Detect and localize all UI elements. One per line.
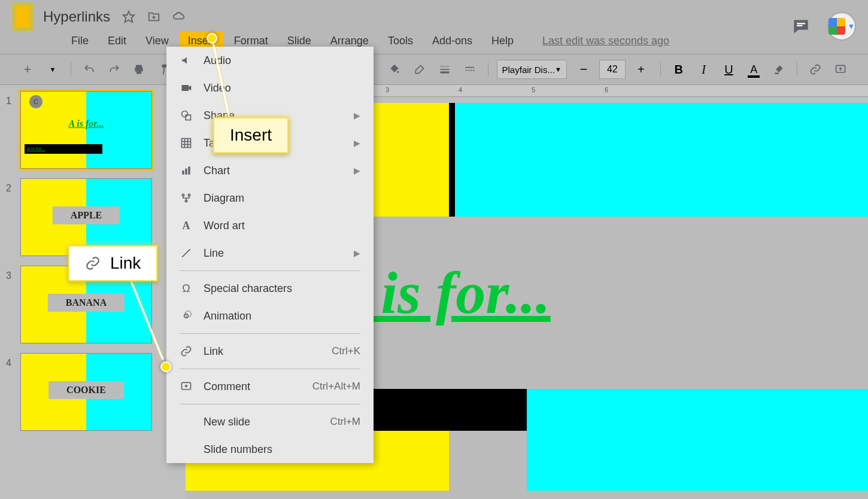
separator-shape xyxy=(449,103,455,217)
undo-button[interactable] xyxy=(80,59,99,80)
insert-video[interactable]: Video xyxy=(166,74,374,102)
font-select[interactable]: Playfair Dis...▼ xyxy=(497,60,567,79)
slide-number: 3 xyxy=(6,266,20,343)
insert-comment[interactable]: CommentCtrl+Alt+M xyxy=(166,373,374,400)
menu-tools[interactable]: Tools xyxy=(380,31,421,51)
text-color-button[interactable]: A xyxy=(744,59,763,80)
insert-slide-numbers[interactable]: Slide numbers xyxy=(166,436,374,463)
insert-wordart[interactable]: AWord art xyxy=(166,212,374,239)
slide-thumbnail-2[interactable]: APPLE xyxy=(20,178,152,256)
italic-button[interactable]: I xyxy=(694,59,714,80)
highlight-color-button[interactable] xyxy=(769,59,788,80)
slide-thumbnail-4[interactable]: COOKIE xyxy=(20,353,152,431)
link-icon xyxy=(85,255,101,271)
svg-rect-17 xyxy=(185,169,187,175)
callout-link: Link xyxy=(68,245,157,281)
svg-line-22 xyxy=(182,249,190,257)
annotation-dot xyxy=(207,33,217,44)
cyan-shape[interactable] xyxy=(455,103,868,217)
insert-link-button[interactable] xyxy=(806,59,825,80)
menu-file[interactable]: File xyxy=(63,31,97,51)
slide-number: 2 xyxy=(6,178,20,256)
border-dash-button[interactable] xyxy=(460,59,479,80)
underline-button[interactable]: U xyxy=(720,59,739,80)
border-color-button[interactable] xyxy=(410,59,429,80)
slide-panel[interactable]: 1 C A is for... A is for... 2 APPLE 3 BA… xyxy=(0,85,186,499)
insert-chart[interactable]: Chart▶ xyxy=(166,157,374,184)
menu-addons[interactable]: Add-ons xyxy=(424,31,481,51)
doc-title[interactable]: Hyperlinks xyxy=(43,8,110,25)
insert-line[interactable]: Line▶ xyxy=(166,239,374,267)
svg-rect-8 xyxy=(182,85,189,91)
move-folder-icon[interactable] xyxy=(147,10,160,23)
insert-special-chars[interactable]: ΩSpecial characters xyxy=(166,275,374,302)
svg-marker-0 xyxy=(123,11,134,22)
cloud-save-icon[interactable] xyxy=(172,10,186,23)
slides-logo[interactable] xyxy=(12,2,34,31)
slide-number: 4 xyxy=(6,353,20,431)
svg-rect-16 xyxy=(182,171,184,175)
menubar: File Edit View Insert Format Slide Arran… xyxy=(12,29,856,53)
account-avatar[interactable]: ▼ xyxy=(827,12,856,41)
new-slide-button[interactable]: + xyxy=(18,59,37,80)
annotation-dot xyxy=(160,361,171,372)
slide-number: 1 xyxy=(6,91,20,169)
star-icon[interactable] xyxy=(122,10,135,23)
svg-rect-11 xyxy=(182,139,191,148)
new-slide-dropdown[interactable]: ▼ xyxy=(43,59,62,80)
toolbar: + ▼ Playfair Dis...▼ − 42 + B I U A xyxy=(0,54,868,85)
last-edit-link[interactable]: Last edit was seconds ago xyxy=(542,35,669,47)
svg-rect-10 xyxy=(186,115,190,120)
callout-insert: Insert xyxy=(213,117,289,153)
comments-icon[interactable] xyxy=(793,18,809,35)
menu-help[interactable]: Help xyxy=(483,31,522,51)
svg-point-9 xyxy=(182,111,188,117)
insert-new-slide[interactable]: New slideCtrl+M xyxy=(166,408,374,436)
svg-point-19 xyxy=(182,194,184,196)
font-size-decrease[interactable]: − xyxy=(573,59,594,80)
insert-audio[interactable]: Audio xyxy=(166,47,374,74)
insert-animation[interactable]: Animation xyxy=(166,302,374,330)
insert-dropdown: Audio Video Shape▶ Table▶ Chart▶ Diagram… xyxy=(166,47,374,463)
menu-edit[interactable]: Edit xyxy=(99,31,135,51)
insert-link[interactable]: LinkCtrl+K xyxy=(166,337,374,365)
svg-point-20 xyxy=(188,194,190,196)
font-size-input[interactable]: 42 xyxy=(599,60,626,79)
insert-comment-button[interactable] xyxy=(831,59,850,80)
border-weight-button[interactable] xyxy=(435,59,454,80)
font-size-increase[interactable]: + xyxy=(630,59,652,80)
fill-color-button[interactable] xyxy=(385,59,404,80)
insert-diagram[interactable]: Diagram xyxy=(166,184,374,212)
bold-button[interactable]: B xyxy=(669,59,688,80)
print-button[interactable] xyxy=(130,59,149,80)
redo-button[interactable] xyxy=(105,59,124,80)
cyan-shape-2[interactable] xyxy=(527,389,868,491)
svg-rect-18 xyxy=(188,166,190,174)
svg-point-1 xyxy=(397,71,399,73)
slide-thumbnail-1[interactable]: C A is for... A is for... xyxy=(20,91,152,169)
svg-point-21 xyxy=(185,200,187,202)
